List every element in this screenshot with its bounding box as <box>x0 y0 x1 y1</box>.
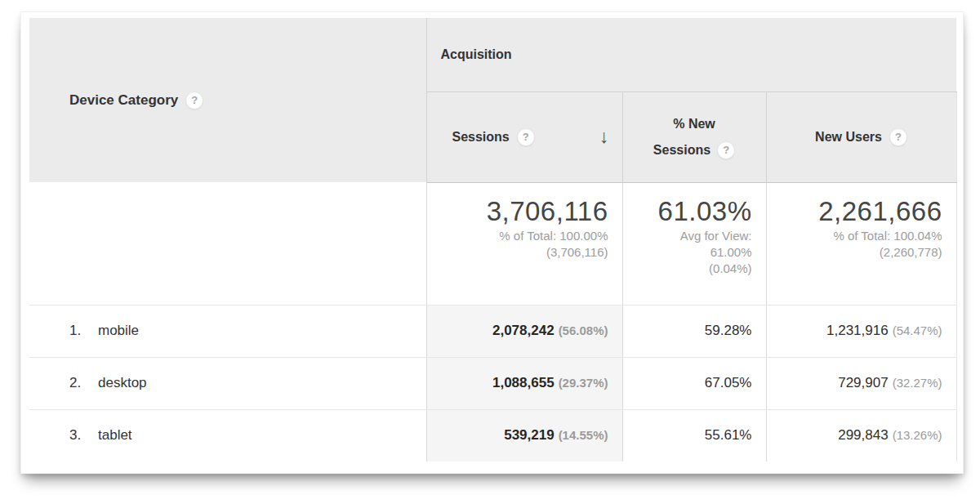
sessions-total-raw: (3,706,116) <box>427 244 608 261</box>
percent-new-total: 61.03% <box>623 195 752 228</box>
page: Device Category ? Acquisition Sessions <box>0 0 980 504</box>
sort-descending-icon[interactable]: ↓ <box>599 127 609 146</box>
column-header-sessions[interactable]: Sessions ? ↓ <box>426 91 622 182</box>
new-users-share: (32.27%) <box>893 376 942 390</box>
sessions-share: (14.55%) <box>559 428 608 442</box>
new-users-cell: 1,231,916(54.47%) <box>766 305 956 357</box>
device-cell: 2.desktop <box>29 357 426 409</box>
sessions-cell: 2,078,242(56.08%) <box>426 305 622 357</box>
device-name: desktop <box>98 375 147 390</box>
sessions-label: Sessions <box>452 130 510 145</box>
percent-new-sessions-cell: 59.28% <box>622 305 766 357</box>
row-index: 2. <box>69 375 98 391</box>
column-header-percent-new-sessions[interactable]: % New Sessions ? <box>622 91 766 182</box>
new-users-share: (54.47%) <box>893 323 942 337</box>
help-icon[interactable]: ? <box>889 128 907 146</box>
percent-new-value: 59.28% <box>705 323 752 338</box>
sessions-total: 3,706,116 <box>427 195 608 228</box>
percent-new-label-line2: Sessions <box>653 137 710 163</box>
help-icon[interactable]: ? <box>517 128 535 146</box>
sessions-cell: 539,219(14.55%) <box>426 409 622 462</box>
percent-new-sessions-cell: 55.61% <box>622 409 766 462</box>
device-name: tablet <box>98 427 132 443</box>
sessions-value: 1,088,655 <box>492 375 555 390</box>
percent-new-sessions-cell: 67.05% <box>622 357 766 409</box>
column-header-device-category[interactable]: Device Category ? <box>29 18 426 182</box>
percent-new-value: 67.05% <box>705 375 752 390</box>
analytics-table-card: Device Category ? Acquisition Sessions <box>20 11 964 474</box>
acquisition-table: Device Category ? Acquisition Sessions <box>29 18 957 462</box>
sessions-value: 2,078,242 <box>492 323 555 338</box>
new-users-value: 1,231,916 <box>826 323 889 338</box>
sessions-share: (29.37%) <box>559 376 608 390</box>
help-icon[interactable]: ? <box>717 141 735 159</box>
device-category-label: Device Category <box>69 92 178 109</box>
new-users-value: 729,907 <box>838 375 888 390</box>
acquisition-label: Acquisition <box>441 47 512 61</box>
summary-percent-new-sessions: 61.03% Avg for View: 61.00% (0.04%) <box>622 182 766 305</box>
group-header-acquisition: Acquisition <box>426 18 956 91</box>
summary-row: 3,706,116 % of Total: 100.00% (3,706,116… <box>29 182 956 305</box>
device-cell: 3.tablet <box>29 409 426 462</box>
new-users-total: 2,261,666 <box>767 195 942 228</box>
summary-sessions: 3,706,116 % of Total: 100.00% (3,706,116… <box>426 182 622 305</box>
column-header-new-users[interactable]: New Users ? <box>766 91 956 182</box>
new-users-note: % of Total: 100.04% <box>767 228 942 244</box>
new-users-label: New Users <box>815 130 882 145</box>
percent-new-avg: 61.00% <box>623 244 752 261</box>
table-row-tablet: 3.tablet 539,219(14.55%) 55.61% 299,843(… <box>29 409 956 462</box>
row-index: 1. <box>69 323 98 339</box>
new-users-cell: 729,907(32.27%) <box>766 357 956 409</box>
new-users-raw: (2,260,778) <box>767 244 942 261</box>
percent-new-delta: (0.04%) <box>623 261 752 277</box>
summary-new-users: 2,261,666 % of Total: 100.04% (2,260,778… <box>766 182 956 305</box>
help-icon[interactable]: ? <box>185 91 203 109</box>
sessions-cell: 1,088,655(29.37%) <box>426 357 622 409</box>
percent-new-label-line1: % New <box>673 117 715 131</box>
device-cell: 1.mobile <box>29 305 426 357</box>
new-users-cell: 299,843(13.26%) <box>766 409 956 462</box>
new-users-share: (13.26%) <box>893 428 942 442</box>
percent-new-value: 55.61% <box>705 427 752 443</box>
row-index: 3. <box>69 427 98 444</box>
percent-new-note: Avg for View: <box>623 228 752 244</box>
new-users-value: 299,843 <box>838 427 888 443</box>
sessions-value: 539,219 <box>504 427 554 443</box>
table-row-mobile: 1.mobile 2,078,242(56.08%) 59.28% 1,231,… <box>29 305 956 357</box>
sessions-share: (56.08%) <box>559 323 608 337</box>
sessions-total-note: % of Total: 100.00% <box>427 228 608 244</box>
device-name: mobile <box>98 323 139 338</box>
table-row-desktop: 2.desktop 1,088,655(29.37%) 67.05% 729,9… <box>29 357 956 409</box>
summary-dimension-cell <box>29 182 426 305</box>
